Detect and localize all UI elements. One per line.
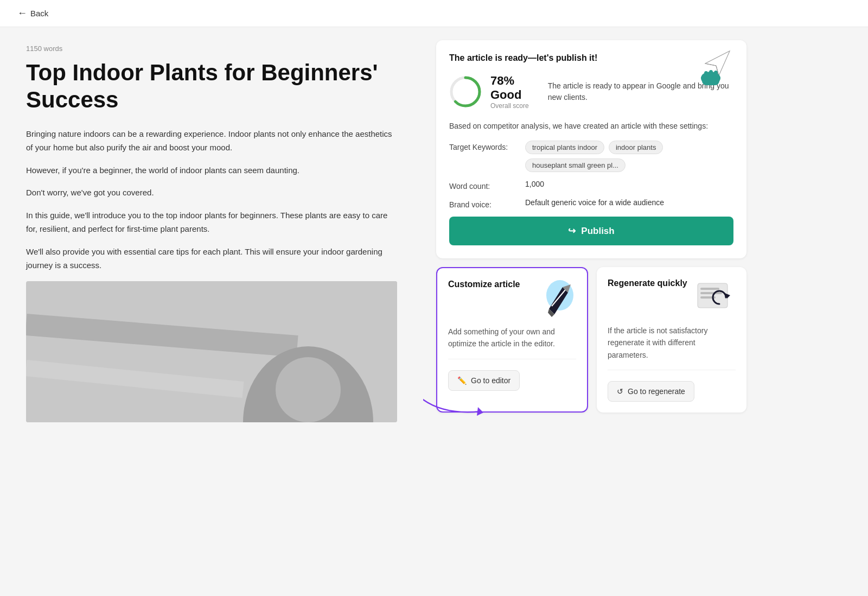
customize-card-top: Customize article <box>448 279 576 317</box>
svg-rect-23 <box>700 288 719 290</box>
article-paragraph-5: We'll also provide you with essential ca… <box>26 245 397 272</box>
article-paragraph-3: Don't worry, we've got you covered. <box>26 186 397 200</box>
regenerate-icon: ↺ <box>617 387 623 396</box>
right-panel: The article is ready—let's publish it! 7… <box>423 27 760 594</box>
regenerate-card: Regenerate quickly If the article is not… <box>597 267 746 413</box>
score-number: 78% Good <box>490 74 539 102</box>
article-paragraph-1: Bringing nature indoors can be a rewardi… <box>26 127 397 155</box>
customize-illustration <box>533 279 576 317</box>
brand-voice-value: Default generic voice for a wide audienc… <box>525 198 664 207</box>
customize-card-body: Add something of your own and optimize t… <box>448 326 576 359</box>
regenerate-card-title: Regenerate quickly <box>608 278 687 289</box>
svg-rect-11 <box>704 71 708 79</box>
keywords-value: tropical plants indoor indoor plants hou… <box>525 141 733 172</box>
brand-voice-row: Brand voice: Default generic voice for a… <box>449 198 733 209</box>
word-count: 1150 words <box>26 45 397 53</box>
score-info: 78% Good Overall score <box>490 74 539 110</box>
score-circle <box>449 75 482 108</box>
go-to-editor-button[interactable]: ✏️ Go to editor <box>448 370 520 391</box>
paper-plane-icon <box>689 46 738 89</box>
keyword-tag-3: houseplant small green pl... <box>525 158 626 172</box>
article-paragraph-2: However, if you're a beginner, the world… <box>26 163 397 177</box>
keyword-tag-1: tropical plants indoor <box>525 141 604 154</box>
keyword-tag-2: indoor plants <box>609 141 663 154</box>
back-arrow-icon: ← <box>17 8 27 19</box>
article-image <box>26 281 397 422</box>
go-to-regenerate-button[interactable]: ↺ Go to regenerate <box>608 381 694 402</box>
publish-button[interactable]: ↪ Publish <box>449 217 733 245</box>
bottom-cards: Customize article Add something of your … <box>436 267 746 413</box>
keywords-row: Target Keywords: tropical plants indoor … <box>449 141 733 172</box>
regenerate-illustration <box>692 278 736 316</box>
keywords-label: Target Keywords: <box>449 141 525 151</box>
back-label: Back <box>30 9 48 18</box>
publish-icon: ↪ <box>568 225 576 237</box>
article-title: Top Indoor Plants for Beginners' Success <box>26 59 397 114</box>
word-count-row: Word count: 1,000 <box>449 180 733 191</box>
article-body: Bringing nature indoors can be a rewardi… <box>26 127 397 272</box>
word-count-label: Word count: <box>449 180 525 191</box>
svg-rect-12 <box>709 70 713 79</box>
svg-point-4 <box>276 357 341 422</box>
customize-card-title: Customize article <box>448 279 520 290</box>
customize-card: Customize article Add something of your … <box>436 267 588 413</box>
svg-rect-13 <box>714 71 718 79</box>
svg-marker-21 <box>477 407 483 416</box>
score-sublabel: Overall score <box>490 102 539 110</box>
word-count-value: 1,000 <box>525 180 544 188</box>
regenerate-card-top: Regenerate quickly <box>608 278 736 316</box>
editor-icon: ✏️ <box>457 376 467 385</box>
article-paragraph-4: In this guide, we'll introduce you to th… <box>26 208 397 236</box>
settings-intro: Based on competitor analysis, we have cr… <box>449 121 733 132</box>
back-button[interactable]: ← Back <box>17 8 48 19</box>
go-to-regenerate-label: Go to regenerate <box>628 387 685 396</box>
score-card: The article is ready—let's publish it! 7… <box>436 40 746 258</box>
page-header: ← Back <box>0 0 868 27</box>
article-panel: 1150 words Top Indoor Plants for Beginne… <box>0 27 423 594</box>
regenerate-card-body: If the article is not satisfactory regen… <box>608 325 736 370</box>
brand-voice-label: Brand voice: <box>449 198 525 209</box>
go-to-editor-label: Go to editor <box>471 376 510 385</box>
main-layout: 1150 words Top Indoor Plants for Beginne… <box>0 27 868 594</box>
publish-label: Publish <box>581 226 614 237</box>
svg-rect-24 <box>700 292 722 294</box>
